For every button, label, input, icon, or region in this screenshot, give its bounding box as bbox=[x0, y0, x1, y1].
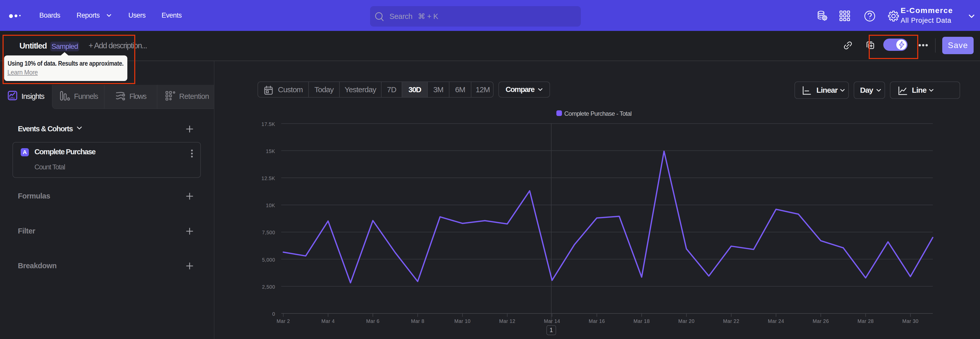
svg-text:Mar 6: Mar 6 bbox=[366, 318, 380, 324]
svg-text:Mar 24: Mar 24 bbox=[768, 318, 784, 324]
svg-text:7,500: 7,500 bbox=[262, 230, 275, 235]
svg-text:Mar 26: Mar 26 bbox=[813, 318, 829, 324]
svg-text:5,000: 5,000 bbox=[262, 257, 275, 262]
svg-text:1: 1 bbox=[549, 326, 553, 333]
svg-text:2,500: 2,500 bbox=[262, 284, 275, 290]
svg-text:Mar 10: Mar 10 bbox=[454, 318, 471, 324]
svg-text:Mar 20: Mar 20 bbox=[678, 318, 695, 324]
svg-text:Mar 28: Mar 28 bbox=[858, 318, 874, 324]
svg-text:10K: 10K bbox=[266, 203, 275, 208]
svg-text:Mar 4: Mar 4 bbox=[321, 318, 334, 324]
svg-text:Mar 16: Mar 16 bbox=[589, 318, 605, 324]
svg-text:17.5K: 17.5K bbox=[262, 122, 275, 127]
svg-text:Mar 22: Mar 22 bbox=[723, 318, 739, 324]
svg-text:12.5K: 12.5K bbox=[262, 176, 275, 181]
svg-text:Mar 12: Mar 12 bbox=[499, 318, 515, 324]
svg-text:Mar 2: Mar 2 bbox=[277, 318, 290, 324]
svg-text:15K: 15K bbox=[266, 149, 275, 154]
svg-text:Mar 30: Mar 30 bbox=[902, 318, 918, 324]
svg-text:0: 0 bbox=[272, 311, 275, 317]
svg-text:Mar 18: Mar 18 bbox=[633, 318, 650, 324]
svg-text:Mar 14: Mar 14 bbox=[544, 318, 560, 324]
svg-text:Mar 8: Mar 8 bbox=[411, 318, 424, 324]
